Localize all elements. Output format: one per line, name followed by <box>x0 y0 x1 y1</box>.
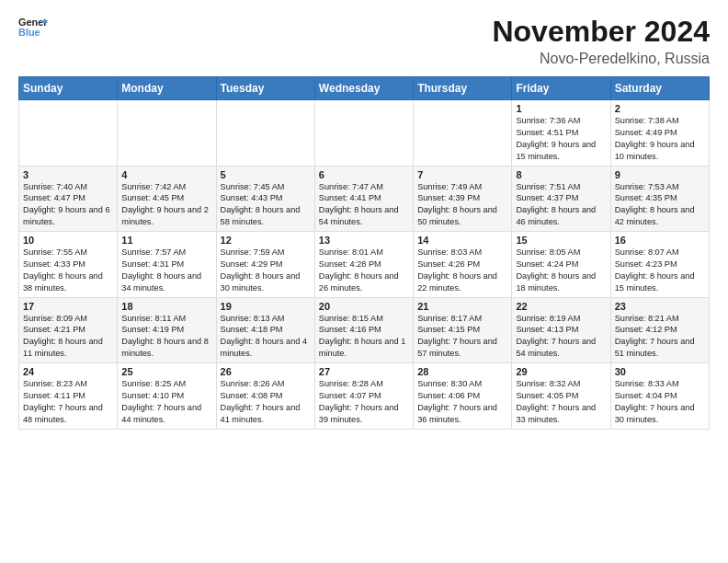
calendar-cell: 14Sunrise: 8:03 AM Sunset: 4:26 PM Dayli… <box>414 232 512 298</box>
calendar-cell: 24Sunrise: 8:23 AM Sunset: 4:11 PM Dayli… <box>19 363 118 430</box>
day-number: 22 <box>516 301 606 312</box>
day-info: Sunrise: 7:59 AM Sunset: 4:29 PM Dayligh… <box>221 247 311 294</box>
day-info: Sunrise: 7:38 AM Sunset: 4:49 PM Dayligh… <box>615 115 705 163</box>
calendar-cell: 12Sunrise: 7:59 AM Sunset: 4:29 PM Dayli… <box>216 232 314 298</box>
calendar-cell: 21Sunrise: 8:17 AM Sunset: 4:15 PM Dayli… <box>414 297 512 363</box>
day-info: Sunrise: 7:55 AM Sunset: 4:33 PM Dayligh… <box>23 247 113 294</box>
calendar-cell <box>414 100 512 167</box>
col-header-sunday: Sunday <box>19 77 118 100</box>
svg-text:Blue: Blue <box>18 27 40 38</box>
calendar-cell <box>314 100 413 167</box>
day-info: Sunrise: 7:53 AM Sunset: 4:35 PM Dayligh… <box>615 181 705 229</box>
day-number: 24 <box>23 366 113 377</box>
day-number: 20 <box>319 301 409 312</box>
calendar-cell: 3Sunrise: 7:40 AM Sunset: 4:47 PM Daylig… <box>19 166 118 232</box>
day-number: 9 <box>615 169 705 180</box>
calendar-cell: 1Sunrise: 7:36 AM Sunset: 4:51 PM Daylig… <box>512 100 610 167</box>
day-info: Sunrise: 8:21 AM Sunset: 4:12 PM Dayligh… <box>615 313 705 361</box>
day-info: Sunrise: 8:09 AM Sunset: 4:21 PM Dayligh… <box>23 313 113 361</box>
day-number: 8 <box>516 169 606 180</box>
day-info: Sunrise: 8:30 AM Sunset: 4:06 PM Dayligh… <box>417 378 507 426</box>
calendar-cell: 26Sunrise: 8:26 AM Sunset: 4:08 PM Dayli… <box>216 363 314 430</box>
calendar-cell <box>118 100 216 167</box>
day-number: 14 <box>417 235 507 246</box>
calendar-cell: 22Sunrise: 8:19 AM Sunset: 4:13 PM Dayli… <box>512 297 610 363</box>
calendar-cell: 8Sunrise: 7:51 AM Sunset: 4:37 PM Daylig… <box>512 166 610 232</box>
logo-icon: General Blue <box>18 15 48 40</box>
day-number: 19 <box>221 301 311 312</box>
calendar-cell: 27Sunrise: 8:28 AM Sunset: 4:07 PM Dayli… <box>314 363 413 430</box>
calendar-table: SundayMondayTuesdayWednesdayThursdayFrid… <box>18 76 710 430</box>
day-info: Sunrise: 8:01 AM Sunset: 4:28 PM Dayligh… <box>319 247 409 294</box>
calendar-cell: 25Sunrise: 8:25 AM Sunset: 4:10 PM Dayli… <box>118 363 216 430</box>
day-info: Sunrise: 7:40 AM Sunset: 4:47 PM Dayligh… <box>23 181 113 229</box>
day-info: Sunrise: 8:25 AM Sunset: 4:10 PM Dayligh… <box>121 378 211 426</box>
main-title: November 2024 <box>492 15 710 49</box>
calendar-cell: 10Sunrise: 7:55 AM Sunset: 4:33 PM Dayli… <box>19 232 118 298</box>
calendar-cell: 2Sunrise: 7:38 AM Sunset: 4:49 PM Daylig… <box>610 100 709 167</box>
day-number: 12 <box>221 235 311 246</box>
header: General Blue November 2024 Novo-Peredelk… <box>18 15 710 67</box>
day-number: 29 <box>516 366 606 377</box>
calendar-cell: 28Sunrise: 8:30 AM Sunset: 4:06 PM Dayli… <box>414 363 512 430</box>
calendar-cell <box>19 100 118 167</box>
day-number: 3 <box>23 169 113 180</box>
day-number: 4 <box>121 169 211 180</box>
day-info: Sunrise: 8:07 AM Sunset: 4:23 PM Dayligh… <box>615 247 705 294</box>
day-number: 10 <box>23 235 113 246</box>
calendar-cell: 5Sunrise: 7:45 AM Sunset: 4:43 PM Daylig… <box>216 166 314 232</box>
col-header-friday: Friday <box>512 77 610 100</box>
day-info: Sunrise: 8:26 AM Sunset: 4:08 PM Dayligh… <box>221 378 311 426</box>
day-number: 5 <box>221 169 311 180</box>
calendar-cell: 4Sunrise: 7:42 AM Sunset: 4:45 PM Daylig… <box>118 166 216 232</box>
day-info: Sunrise: 8:11 AM Sunset: 4:19 PM Dayligh… <box>121 313 211 361</box>
calendar-cell: 13Sunrise: 8:01 AM Sunset: 4:28 PM Dayli… <box>314 232 413 298</box>
col-header-wednesday: Wednesday <box>314 77 413 100</box>
day-info: Sunrise: 7:49 AM Sunset: 4:39 PM Dayligh… <box>417 181 507 229</box>
calendar-cell: 7Sunrise: 7:49 AM Sunset: 4:39 PM Daylig… <box>414 166 512 232</box>
day-number: 7 <box>417 169 507 180</box>
header-row: SundayMondayTuesdayWednesdayThursdayFrid… <box>19 77 710 100</box>
page: General Blue November 2024 Novo-Peredelk… <box>0 0 728 563</box>
day-info: Sunrise: 7:51 AM Sunset: 4:37 PM Dayligh… <box>516 181 606 229</box>
subtitle: Novo-Peredelkino, Russia <box>492 51 710 67</box>
day-number: 11 <box>121 235 211 246</box>
day-number: 13 <box>319 235 409 246</box>
calendar-cell: 15Sunrise: 8:05 AM Sunset: 4:24 PM Dayli… <box>512 232 610 298</box>
calendar-cell: 19Sunrise: 8:13 AM Sunset: 4:18 PM Dayli… <box>216 297 314 363</box>
col-header-tuesday: Tuesday <box>216 77 314 100</box>
day-info: Sunrise: 7:42 AM Sunset: 4:45 PM Dayligh… <box>121 181 211 229</box>
calendar-cell: 6Sunrise: 7:47 AM Sunset: 4:41 PM Daylig… <box>314 166 413 232</box>
day-info: Sunrise: 7:57 AM Sunset: 4:31 PM Dayligh… <box>121 247 211 294</box>
day-info: Sunrise: 8:03 AM Sunset: 4:26 PM Dayligh… <box>417 247 507 294</box>
col-header-saturday: Saturday <box>610 77 709 100</box>
day-number: 30 <box>615 366 705 377</box>
calendar-cell: 29Sunrise: 8:32 AM Sunset: 4:05 PM Dayli… <box>512 363 610 430</box>
day-info: Sunrise: 7:47 AM Sunset: 4:41 PM Dayligh… <box>319 181 409 229</box>
day-info: Sunrise: 8:05 AM Sunset: 4:24 PM Dayligh… <box>516 247 606 294</box>
day-info: Sunrise: 8:28 AM Sunset: 4:07 PM Dayligh… <box>319 378 409 426</box>
week-row-5: 24Sunrise: 8:23 AM Sunset: 4:11 PM Dayli… <box>19 363 710 430</box>
day-info: Sunrise: 8:13 AM Sunset: 4:18 PM Dayligh… <box>221 313 311 361</box>
day-number: 2 <box>615 103 705 114</box>
title-block: November 2024 Novo-Peredelkino, Russia <box>492 15 710 67</box>
day-info: Sunrise: 7:36 AM Sunset: 4:51 PM Dayligh… <box>516 115 606 163</box>
day-number: 17 <box>23 301 113 312</box>
day-info: Sunrise: 8:17 AM Sunset: 4:15 PM Dayligh… <box>417 313 507 361</box>
logo: General Blue <box>18 15 48 40</box>
col-header-monday: Monday <box>118 77 216 100</box>
day-info: Sunrise: 8:32 AM Sunset: 4:05 PM Dayligh… <box>516 378 606 426</box>
day-number: 16 <box>615 235 705 246</box>
calendar-cell <box>216 100 314 167</box>
week-row-3: 10Sunrise: 7:55 AM Sunset: 4:33 PM Dayli… <box>19 232 710 298</box>
day-number: 27 <box>319 366 409 377</box>
day-number: 26 <box>221 366 311 377</box>
day-number: 6 <box>319 169 409 180</box>
day-info: Sunrise: 8:33 AM Sunset: 4:04 PM Dayligh… <box>615 378 705 426</box>
day-number: 28 <box>417 366 507 377</box>
day-info: Sunrise: 8:19 AM Sunset: 4:13 PM Dayligh… <box>516 313 606 361</box>
calendar-cell: 16Sunrise: 8:07 AM Sunset: 4:23 PM Dayli… <box>610 232 709 298</box>
calendar-cell: 23Sunrise: 8:21 AM Sunset: 4:12 PM Dayli… <box>610 297 709 363</box>
calendar-cell: 20Sunrise: 8:15 AM Sunset: 4:16 PM Dayli… <box>314 297 413 363</box>
col-header-thursday: Thursday <box>414 77 512 100</box>
